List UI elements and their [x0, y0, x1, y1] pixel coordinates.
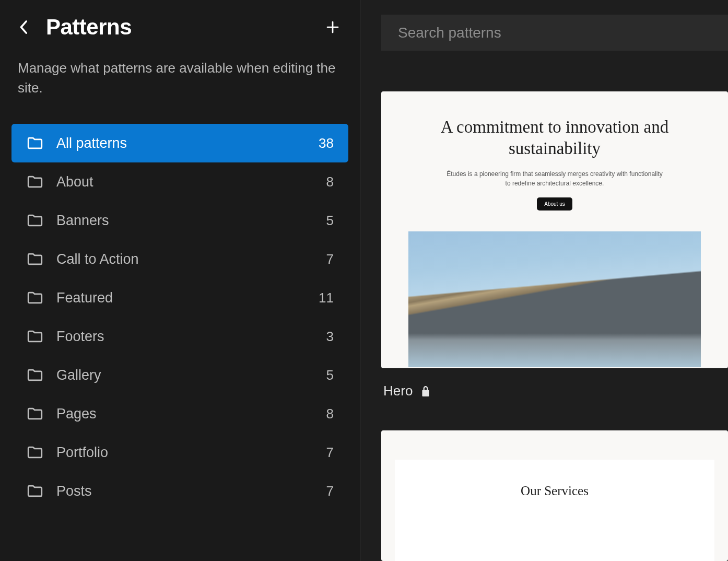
- category-item-posts[interactable]: Posts7: [11, 472, 348, 510]
- category-count: 7: [326, 445, 334, 461]
- folder-icon: [26, 173, 44, 191]
- folder-icon: [26, 443, 44, 461]
- folder-icon: [26, 328, 44, 345]
- sidebar-description: Manage what patterns are available when …: [18, 59, 342, 98]
- category-count: 7: [326, 251, 334, 267]
- hero-about-button: About us: [537, 197, 572, 211]
- category-count: 5: [326, 213, 334, 229]
- lock-icon: [421, 385, 430, 397]
- folder-icon: [26, 405, 44, 423]
- category-count: 8: [326, 406, 334, 422]
- folder-icon: [26, 212, 44, 229]
- category-item-portfolio[interactable]: Portfolio7: [11, 433, 348, 472]
- preview-area: A commitment to innovation and sustainab…: [381, 91, 728, 561]
- services-title: Our Services: [395, 484, 714, 498]
- category-list: All patterns38About8Banners5Call to Acti…: [11, 124, 348, 510]
- page-title: Patterns: [46, 15, 132, 40]
- category-label: Portfolio: [56, 445, 326, 461]
- category-item-call-to-action[interactable]: Call to Action7: [11, 240, 348, 278]
- category-item-gallery[interactable]: Gallery5: [11, 356, 348, 394]
- add-pattern-button[interactable]: [322, 17, 343, 38]
- category-label: Pages: [56, 406, 326, 422]
- hero-image: [408, 231, 701, 367]
- category-item-about[interactable]: About8: [11, 162, 348, 201]
- category-count: 3: [326, 329, 334, 345]
- sidebar-header: Patterns: [11, 15, 348, 40]
- category-label: Posts: [56, 483, 326, 499]
- category-label: About: [56, 174, 326, 190]
- plus-icon: [325, 19, 340, 35]
- folder-icon: [26, 250, 44, 268]
- category-item-banners[interactable]: Banners5: [11, 201, 348, 240]
- hero-heading: A commitment to innovation and sustainab…: [414, 116, 696, 160]
- category-count: 11: [319, 290, 334, 306]
- folder-icon: [26, 482, 44, 500]
- sidebar: Patterns Manage what patterns are availa…: [0, 0, 360, 561]
- category-label: Footers: [56, 329, 326, 345]
- folder-icon: [26, 366, 44, 384]
- hero-subheading: Études is a pioneering firm that seamles…: [445, 169, 664, 188]
- services-card: Our Services: [381, 430, 728, 561]
- category-label: Call to Action: [56, 251, 326, 267]
- category-label: All patterns: [56, 135, 319, 151]
- category-count: 38: [319, 135, 334, 151]
- search-input[interactable]: [381, 15, 728, 51]
- folder-icon: [26, 289, 44, 307]
- hero-card: A commitment to innovation and sustainab…: [381, 91, 728, 368]
- category-item-featured[interactable]: Featured11: [11, 278, 348, 317]
- category-item-pages[interactable]: Pages8: [11, 394, 348, 433]
- category-label: Banners: [56, 213, 326, 229]
- category-count: 5: [326, 367, 334, 383]
- category-count: 8: [326, 174, 334, 190]
- category-item-footers[interactable]: Footers3: [11, 317, 348, 356]
- pattern-preview-services[interactable]: Our Services: [381, 430, 728, 561]
- category-label: Featured: [56, 290, 319, 306]
- pattern-preview-hero[interactable]: A commitment to innovation and sustainab…: [381, 91, 728, 399]
- category-label: Gallery: [56, 367, 326, 383]
- chevron-left-icon: [19, 20, 29, 34]
- main-content: A commitment to innovation and sustainab…: [360, 0, 728, 561]
- back-button[interactable]: [17, 20, 31, 34]
- pattern-label: Hero: [383, 383, 413, 399]
- folder-icon: [26, 134, 44, 152]
- category-count: 7: [326, 483, 334, 499]
- category-item-all-patterns[interactable]: All patterns38: [11, 124, 348, 162]
